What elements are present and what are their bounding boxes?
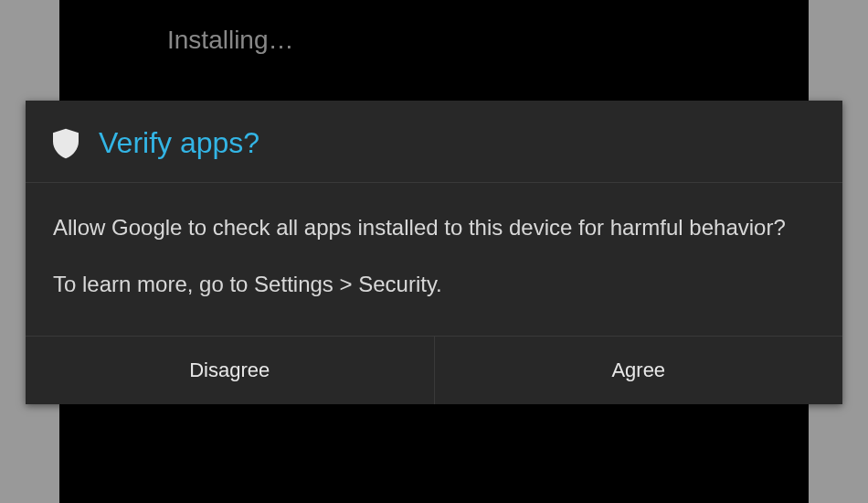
installing-status-text: Installing… <box>167 26 294 55</box>
dialog-button-row: Disagree Agree <box>26 336 842 404</box>
verify-apps-dialog: Verify apps? Allow Google to check all a… <box>26 101 842 404</box>
disagree-button[interactable]: Disagree <box>26 337 435 404</box>
shield-icon <box>53 128 79 159</box>
dialog-title: Verify apps? <box>99 126 259 160</box>
dialog-message: Allow Google to check all apps installed… <box>53 212 815 243</box>
dialog-header: Verify apps? <box>26 101 842 183</box>
dialog-hint: To learn more, go to Settings > Security… <box>53 269 815 300</box>
dialog-body: Allow Google to check all apps installed… <box>26 183 842 336</box>
agree-button[interactable]: Agree <box>435 337 843 404</box>
